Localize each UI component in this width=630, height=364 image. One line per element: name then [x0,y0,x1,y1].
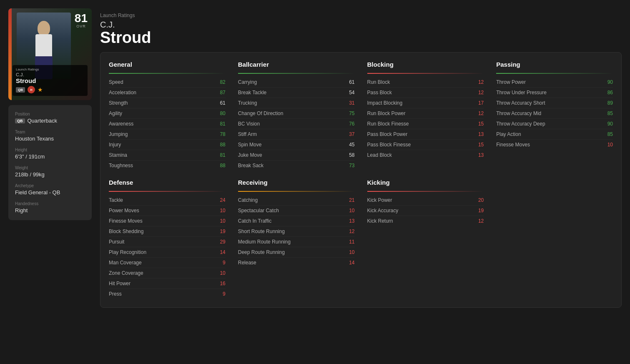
rating-lead-block-name: Lead Block [367,152,392,158]
player-name-first: C.J. [100,20,622,30]
section-blocking: Blocking Run Block 12 Pass Block 12 Impa… [367,61,484,171]
defense-divider [109,191,226,192]
rating-break-sack-value: 73 [344,163,355,168]
rating-throw-acc-mid-value: 85 [602,110,613,116]
section-ballcarrier-title: Ballcarrier [238,61,355,68]
rating-run-block-power-value: 12 [473,110,484,116]
rating-pass-block-finesse-name: Pass Block Finesse [367,142,411,148]
rating-speed-name: Speed [109,79,123,85]
rating-short-route-value: 12 [344,228,355,234]
rating-kick-return-name: Kick Return [367,218,393,224]
rating-throw-under-pressure: Throw Under Pressure 86 [496,88,613,98]
rating-throw-acc-deep-name: Throw Accuracy Deep [496,121,545,127]
rating-spectacular-catch-value: 10 [344,208,355,213]
rating-toughness: Toughness 88 [109,161,226,171]
rating-block-shedding-name: Block Shedding [109,228,143,234]
rating-impact-blocking-value: 17 [473,100,484,106]
rating-stiff-arm-value: 37 [344,131,355,137]
rating-awareness-name: Awareness [109,121,133,127]
rating-stiff-arm-name: Stiff Arm [238,131,257,137]
rating-catch-in-traffic-value: 13 [344,218,355,224]
rating-jumping-name: Jumping [109,131,128,137]
rating-deep-route-value: 10 [344,249,355,255]
weight-label: Weight [15,166,85,170]
rating-awareness-value: 81 [215,121,226,127]
rating-run-block-name: Run Block [367,79,390,85]
rating-impact-blocking: Impact Blocking 17 [367,98,484,108]
rating-bc-vision-value: 76 [344,121,355,127]
rating-lead-block: Lead Block 13 [367,150,484,160]
ovr-label: OVR [75,24,88,28]
rating-block-shedding-value: 19 [215,228,226,234]
rating-toughness-name: Toughness [109,163,133,168]
rating-run-block-value: 12 [473,79,484,85]
rating-jumping: Jumping 78 [109,129,226,140]
rating-release: Release 14 [238,258,355,268]
rating-strength-name: Strength [109,100,128,106]
handedness-label: Handedness [15,201,85,206]
rating-spin-move-name: Spin Move [238,142,262,148]
rating-run-block-power-name: Run Block Power [367,110,406,116]
ovr-number: 81 [75,13,88,24]
launch-ratings-label: Launch Ratings [100,13,622,18]
rating-run-block-finesse-value: 15 [473,121,484,127]
card-stripe [8,8,12,100]
rating-zone-coverage-value: 10 [215,270,226,276]
rating-finesse-moves-def-name: Finesse Moves [109,218,143,224]
rating-throw-acc-mid-name: Throw Accuracy Mid [496,110,541,116]
rating-throw-power: Throw Power 90 [496,77,613,88]
card-label: Launch Ratings [16,68,84,71]
rating-lead-block-value: 13 [473,152,484,158]
rating-toughness-value: 88 [215,163,226,168]
rating-throw-acc-short-value: 89 [602,100,613,106]
rating-throw-acc-deep: Throw Accuracy Deep 90 [496,119,613,129]
rating-catch-in-traffic: Catch In Traffic 13 [238,216,355,226]
rating-trucking: Trucking 31 [238,98,355,108]
rating-run-block-power: Run Block Power 12 [367,108,484,119]
archetype-value: Field General - QB [15,189,85,196]
weight-value: 218lb / 99kg [15,171,85,178]
rating-finesse-moves-def: Finesse Moves 10 [109,216,226,226]
section-receiving-title: Receiving [238,179,355,186]
rating-catch-in-traffic-name: Catch In Traffic [238,218,271,224]
section-general-title: General [109,61,226,68]
team-badge: H [28,86,35,93]
rating-spectacular-catch-name: Spectacular Catch [238,208,279,213]
left-panel: 81 OVR Launch Ratings C.J. Stroud QB H ★… [8,8,92,356]
rating-break-tackle-name: Break Tackle [238,90,266,95]
section-passing-title: Passing [496,61,613,68]
rating-carrying-value: 61 [344,79,355,85]
section-blocking-title: Blocking [367,61,484,68]
kicking-divider [367,191,484,192]
rating-break-sack: Break Sack 73 [238,161,355,171]
player-card: 81 OVR Launch Ratings C.J. Stroud QB H ★ [8,8,92,100]
rating-finesse-moves-def-value: 10 [215,218,226,224]
rating-short-route: Short Route Running 12 [238,226,355,237]
rating-kick-power-value: 20 [473,197,484,203]
info-archetype: Archetype Field General - QB [15,183,85,196]
rating-run-block: Run Block 12 [367,77,484,88]
rating-run-block-finesse-name: Run Block Finesse [367,121,409,127]
height-label: Height [15,148,85,152]
position-badge: QB [16,87,25,93]
rating-kick-accuracy-name: Kick Accuracy [367,208,399,213]
rating-throw-acc-mid: Throw Accuracy Mid 85 [496,108,613,119]
rating-play-action: Play Action 85 [496,129,613,140]
rating-strength: Strength 61 [109,98,226,108]
rating-pass-block-power-name: Pass Block Power [367,131,408,137]
rating-play-recognition-value: 14 [215,249,226,255]
pos-tag: QB [15,118,25,123]
info-team: Team Houston Texans [15,130,85,142]
rating-tackle-value: 24 [215,197,226,203]
section-defense-title: Defense [109,179,226,186]
section-kicking: Kicking Kick Power 20 Kick Accuracy 19 K… [367,179,484,299]
rating-break-sack-name: Break Sack [238,163,264,168]
section-kicking-title: Kicking [367,179,484,186]
rating-man-coverage: Man Coverage 9 [109,258,226,268]
rating-carrying-name: Carrying [238,79,257,85]
section-receiving: Receiving Catching 21 Spectacular Catch … [238,179,355,299]
position-label: Position [15,112,85,116]
card-name-first: C.J. [16,72,84,77]
info-weight: Weight 218lb / 99kg [15,166,85,178]
rating-hit-power-value: 16 [215,281,226,286]
